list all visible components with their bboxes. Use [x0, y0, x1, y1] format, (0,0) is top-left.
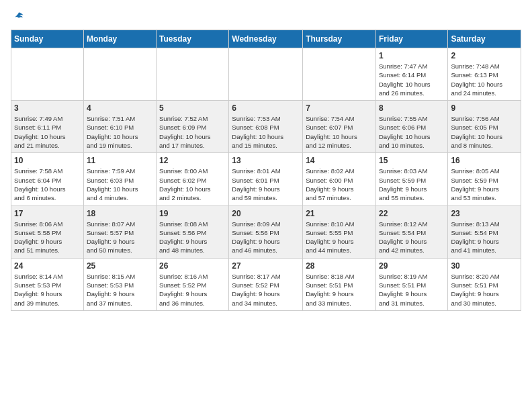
day-number: 18	[87, 209, 153, 218]
calendar-cell: 11Sunrise: 7:59 AMSunset: 6:03 PMDayligh…	[83, 153, 156, 205]
calendar-cell: 6Sunrise: 7:53 AMSunset: 6:08 PMDaylight…	[229, 101, 303, 153]
calendar-cell: 2Sunrise: 7:48 AMSunset: 6:13 PMDaylight…	[448, 48, 521, 101]
day-info: Sunrise: 7:51 AMSunset: 6:10 PMDaylight:…	[87, 114, 153, 150]
day-number: 10	[14, 156, 81, 165]
calendar-cell: 16Sunrise: 8:05 AMSunset: 5:59 PMDayligh…	[448, 153, 521, 205]
day-number: 14	[306, 156, 373, 165]
calendar-cell: 19Sunrise: 8:08 AMSunset: 5:56 PMDayligh…	[157, 205, 229, 258]
day-number: 1	[379, 51, 445, 60]
day-number: 27	[232, 261, 300, 271]
calendar-cell	[303, 48, 376, 101]
day-number: 5	[159, 103, 226, 113]
calendar-week-row: 3Sunrise: 7:49 AMSunset: 6:11 PMDaylight…	[11, 101, 521, 153]
calendar-cell: 14Sunrise: 8:02 AMSunset: 6:00 PMDayligh…	[303, 153, 376, 205]
calendar-week-row: 17Sunrise: 8:06 AMSunset: 5:58 PMDayligh…	[11, 205, 521, 258]
calendar-cell: 25Sunrise: 8:15 AMSunset: 5:53 PMDayligh…	[83, 258, 156, 310]
day-info: Sunrise: 7:49 AMSunset: 6:11 PMDaylight:…	[14, 114, 81, 150]
day-info: Sunrise: 7:52 AMSunset: 6:09 PMDaylight:…	[159, 114, 226, 150]
day-number: 17	[14, 209, 81, 218]
day-info: Sunrise: 8:08 AMSunset: 5:56 PMDaylight:…	[159, 220, 226, 255]
day-number: 24	[14, 261, 81, 271]
day-number: 30	[451, 261, 518, 271]
calendar-cell: 12Sunrise: 8:00 AMSunset: 6:02 PMDayligh…	[157, 153, 229, 205]
day-number: 23	[451, 209, 518, 218]
day-number: 22	[379, 209, 445, 218]
day-number: 6	[232, 103, 300, 113]
calendar-cell: 30Sunrise: 8:20 AMSunset: 5:51 PMDayligh…	[448, 258, 521, 310]
calendar-cell: 10Sunrise: 7:58 AMSunset: 6:04 PMDayligh…	[11, 153, 84, 205]
calendar-cell: 4Sunrise: 7:51 AMSunset: 6:10 PMDaylight…	[83, 101, 156, 153]
calendar-cell	[11, 48, 84, 101]
day-number: 15	[379, 156, 445, 165]
day-number: 13	[232, 156, 300, 165]
day-info: Sunrise: 8:10 AMSunset: 5:55 PMDaylight:…	[306, 220, 373, 255]
day-number: 7	[306, 103, 373, 113]
day-number: 19	[159, 209, 226, 218]
day-info: Sunrise: 8:13 AMSunset: 5:54 PMDaylight:…	[451, 220, 518, 255]
day-info: Sunrise: 8:14 AMSunset: 5:53 PMDaylight:…	[14, 272, 81, 308]
calendar-cell: 18Sunrise: 8:07 AMSunset: 5:57 PMDayligh…	[83, 205, 156, 258]
day-number: 3	[14, 103, 81, 113]
day-number: 8	[379, 103, 445, 113]
logo	[11, 11, 26, 24]
day-number: 26	[159, 261, 226, 271]
calendar-cell: 28Sunrise: 8:18 AMSunset: 5:51 PMDayligh…	[303, 258, 376, 310]
calendar-cell: 1Sunrise: 7:47 AMSunset: 6:14 PMDaylight…	[375, 48, 447, 101]
calendar-cell: 8Sunrise: 7:55 AMSunset: 6:06 PMDaylight…	[375, 101, 447, 153]
column-header-tuesday: Tuesday	[157, 30, 229, 48]
day-number: 12	[159, 156, 226, 165]
day-info: Sunrise: 8:03 AMSunset: 5:59 PMDaylight:…	[379, 167, 445, 202]
day-info: Sunrise: 7:53 AMSunset: 6:08 PMDaylight:…	[232, 114, 300, 150]
day-info: Sunrise: 8:05 AMSunset: 5:59 PMDaylight:…	[451, 167, 518, 202]
calendar-cell	[83, 48, 156, 101]
day-number: 11	[87, 156, 153, 165]
calendar-table: SundayMondayTuesdayWednesdayThursdayFrid…	[11, 30, 521, 311]
column-header-friday: Friday	[375, 30, 447, 48]
day-number: 25	[87, 261, 153, 271]
calendar-cell: 9Sunrise: 7:56 AMSunset: 6:05 PMDaylight…	[448, 101, 521, 153]
day-info: Sunrise: 8:00 AMSunset: 6:02 PMDaylight:…	[159, 167, 226, 202]
day-number: 28	[306, 261, 373, 271]
day-info: Sunrise: 7:59 AMSunset: 6:03 PMDaylight:…	[87, 167, 153, 202]
column-header-thursday: Thursday	[303, 30, 376, 48]
day-info: Sunrise: 8:20 AMSunset: 5:51 PMDaylight:…	[451, 272, 518, 308]
day-info: Sunrise: 8:18 AMSunset: 5:51 PMDaylight:…	[306, 272, 373, 308]
day-number: 9	[451, 103, 518, 113]
calendar-cell: 13Sunrise: 8:01 AMSunset: 6:01 PMDayligh…	[229, 153, 303, 205]
calendar-cell: 15Sunrise: 8:03 AMSunset: 5:59 PMDayligh…	[375, 153, 447, 205]
day-number: 4	[87, 103, 153, 113]
calendar-cell: 27Sunrise: 8:17 AMSunset: 5:52 PMDayligh…	[229, 258, 303, 310]
day-number: 2	[451, 51, 518, 60]
day-info: Sunrise: 8:09 AMSunset: 5:56 PMDaylight:…	[232, 220, 300, 255]
calendar-week-row: 24Sunrise: 8:14 AMSunset: 5:53 PMDayligh…	[11, 258, 521, 310]
calendar-cell: 5Sunrise: 7:52 AMSunset: 6:09 PMDaylight…	[157, 101, 229, 153]
calendar-cell: 3Sunrise: 7:49 AMSunset: 6:11 PMDaylight…	[11, 101, 84, 153]
day-info: Sunrise: 8:15 AMSunset: 5:53 PMDaylight:…	[87, 272, 153, 308]
calendar-cell: 24Sunrise: 8:14 AMSunset: 5:53 PMDayligh…	[11, 258, 84, 310]
day-info: Sunrise: 7:56 AMSunset: 6:05 PMDaylight:…	[451, 114, 518, 150]
day-info: Sunrise: 8:06 AMSunset: 5:58 PMDaylight:…	[14, 220, 81, 255]
calendar-week-row: 10Sunrise: 7:58 AMSunset: 6:04 PMDayligh…	[11, 153, 521, 205]
day-info: Sunrise: 7:47 AMSunset: 6:14 PMDaylight:…	[379, 62, 445, 97]
day-info: Sunrise: 8:17 AMSunset: 5:52 PMDaylight:…	[232, 272, 300, 308]
day-number: 29	[379, 261, 445, 271]
calendar-header-row: SundayMondayTuesdayWednesdayThursdayFrid…	[11, 30, 521, 48]
calendar-cell: 21Sunrise: 8:10 AMSunset: 5:55 PMDayligh…	[303, 205, 376, 258]
calendar-cell: 23Sunrise: 8:13 AMSunset: 5:54 PMDayligh…	[448, 205, 521, 258]
day-info: Sunrise: 7:58 AMSunset: 6:04 PMDaylight:…	[14, 167, 81, 202]
calendar-cell	[157, 48, 229, 101]
logo-bird-icon	[12, 11, 26, 24]
day-number: 21	[306, 209, 373, 218]
day-info: Sunrise: 7:48 AMSunset: 6:13 PMDaylight:…	[451, 62, 518, 97]
calendar-week-row: 1Sunrise: 7:47 AMSunset: 6:14 PMDaylight…	[11, 48, 521, 101]
day-info: Sunrise: 8:12 AMSunset: 5:54 PMDaylight:…	[379, 220, 445, 255]
day-number: 16	[451, 156, 518, 165]
column-header-saturday: Saturday	[448, 30, 521, 48]
day-info: Sunrise: 8:07 AMSunset: 5:57 PMDaylight:…	[87, 220, 153, 255]
day-info: Sunrise: 7:54 AMSunset: 6:07 PMDaylight:…	[306, 114, 373, 150]
column-header-monday: Monday	[83, 30, 156, 48]
column-header-wednesday: Wednesday	[229, 30, 303, 48]
calendar-cell	[229, 48, 303, 101]
day-info: Sunrise: 8:02 AMSunset: 6:00 PMDaylight:…	[306, 167, 373, 202]
calendar-cell: 7Sunrise: 7:54 AMSunset: 6:07 PMDaylight…	[303, 101, 376, 153]
